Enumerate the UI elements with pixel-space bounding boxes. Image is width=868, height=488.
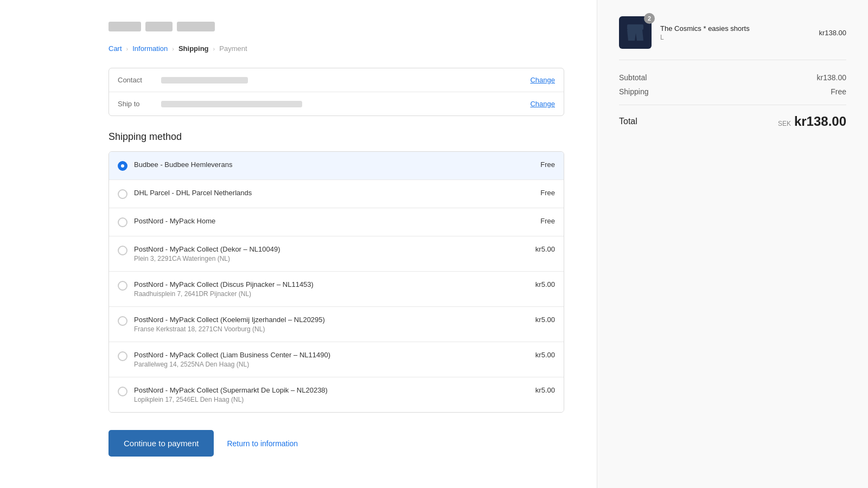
dekor-name: PostNord - MyPack Collect (Dekor – NL100…: [134, 245, 529, 253]
breadcrumb-sep-1: ›: [126, 46, 129, 52]
radio-postnord-home: [118, 217, 127, 227]
shipping-method-title: Shipping method: [108, 131, 564, 143]
postnord-home-name: PostNord - MyPack Home: [134, 217, 534, 225]
total-label: Total: [619, 117, 637, 126]
radio-koelemij: [118, 316, 127, 326]
liam-address: Parallelweg 14, 2525NA Den Haag (NL): [134, 361, 529, 368]
contact-row: Contact Change: [109, 68, 564, 92]
lopik-address: Lopikplein 17, 2546EL Den Haag (NL): [134, 396, 529, 403]
total-currency: SEK: [778, 120, 791, 127]
shipping-value: Free: [831, 87, 846, 96]
koelemij-name: PostNord - MyPack Collect (Koelemij Ijze…: [134, 316, 529, 324]
radio-dekor: [118, 246, 127, 255]
shipping-option-dhl[interactable]: DHL Parcel - DHL Parcel Netherlands Free: [109, 180, 564, 208]
shipping-option-dekor[interactable]: PostNord - MyPack Collect (Dekor – NL100…: [109, 236, 564, 272]
item-image-svg: [625, 22, 646, 43]
logo-block-2: [145, 22, 173, 31]
shipping-option-postnord-home[interactable]: PostNord - MyPack Home Free: [109, 208, 564, 236]
shipping-option-lopik[interactable]: PostNord - MyPack Collect (Supermarkt De…: [109, 377, 564, 412]
postnord-home-price: Free: [540, 217, 555, 225]
postnord-home-info: PostNord - MyPack Home: [134, 217, 534, 225]
budbee-name: Budbee - Budbee Hemleverans: [134, 160, 534, 169]
item-price: kr138.00: [819, 29, 846, 37]
breadcrumb: Cart › Information › Shipping › Payment: [108, 44, 564, 53]
dekor-info: PostNord - MyPack Collect (Dekor – NL100…: [134, 245, 529, 262]
shipping-option-budbee[interactable]: Budbee - Budbee Hemleverans Free: [109, 152, 564, 180]
koelemij-price: kr5.00: [535, 316, 555, 324]
logo-block-3: [177, 22, 215, 31]
footer-actions: Continue to payment Return to informatio…: [108, 430, 564, 457]
total-final-row: Total SEK kr138.00: [619, 114, 846, 129]
discus-info: PostNord - MyPack Collect (Discus Pijnac…: [134, 280, 529, 298]
item-details: The Cosmics * easies shorts L: [660, 24, 810, 41]
ship-to-row: Ship to Change: [109, 92, 564, 115]
discus-address: Raadhuisplein 7, 2641DR Pijnacker (NL): [134, 290, 529, 298]
lopik-info: PostNord - MyPack Collect (Supermarkt De…: [134, 386, 529, 403]
total-final-value: kr138.00: [794, 114, 846, 129]
dekor-address: Plein 3, 2291CA Wateringen (NL): [134, 255, 529, 262]
ship-to-value: [161, 101, 530, 107]
contact-label: Contact: [118, 76, 161, 84]
dhl-name: DHL Parcel - DHL Parcel Netherlands: [134, 189, 534, 197]
liam-name: PostNord - MyPack Collect (Liam Business…: [134, 351, 529, 359]
budbee-info: Budbee - Budbee Hemleverans: [134, 160, 534, 169]
shipping-options-list: Budbee - Budbee Hemleverans Free DHL Par…: [108, 151, 564, 413]
info-summary-box: Contact Change Ship to Change: [108, 68, 564, 116]
item-quantity-badge: 2: [644, 13, 655, 24]
radio-lopik: [118, 387, 127, 396]
shipping-row: Shipping Free: [619, 87, 846, 96]
contact-blurred: [161, 77, 248, 84]
discus-name: PostNord - MyPack Collect (Discus Pijnac…: [134, 280, 529, 288]
breadcrumb-sep-2: ›: [172, 46, 174, 52]
shipping-option-discus[interactable]: PostNord - MyPack Collect (Discus Pijnac…: [109, 272, 564, 307]
radio-dhl: [118, 189, 127, 199]
radio-liam: [118, 351, 127, 361]
logo-block-1: [108, 22, 141, 31]
shipping-label: Shipping: [619, 87, 649, 96]
radio-budbee: [118, 161, 127, 171]
item-name: The Cosmics * easies shorts: [660, 24, 810, 33]
lopik-price: kr5.00: [535, 386, 555, 394]
item-image-wrap: 2: [619, 16, 652, 49]
ship-to-label: Ship to: [118, 100, 161, 108]
koelemij-address: Franse Kerkstraat 18, 2271CN Voorburg (N…: [134, 325, 529, 333]
lopik-name: PostNord - MyPack Collect (Supermarkt De…: [134, 386, 529, 394]
breadcrumb-payment: Payment: [219, 44, 247, 53]
subtotal-value: kr138.00: [817, 73, 846, 82]
order-summary-panel: 2 The Cosmics * easies shorts L kr138.00…: [597, 0, 868, 488]
total-value-wrap: SEK kr138.00: [778, 114, 846, 129]
item-variant: L: [660, 34, 810, 41]
radio-discus: [118, 281, 127, 291]
discus-price: kr5.00: [535, 280, 555, 288]
dekor-price: kr5.00: [535, 245, 555, 253]
order-item: 2 The Cosmics * easies shorts L kr138.00: [619, 16, 846, 60]
breadcrumb-information[interactable]: Information: [132, 44, 168, 53]
breadcrumb-shipping: Shipping: [178, 44, 209, 53]
liam-info: PostNord - MyPack Collect (Liam Business…: [134, 351, 529, 368]
breadcrumb-sep-3: ›: [213, 46, 215, 52]
koelemij-info: PostNord - MyPack Collect (Koelemij Ijze…: [134, 316, 529, 333]
shipping-option-koelemij[interactable]: PostNord - MyPack Collect (Koelemij Ijze…: [109, 307, 564, 342]
subtotal-row: Subtotal kr138.00: [619, 73, 846, 82]
subtotal-label: Subtotal: [619, 73, 647, 82]
shipping-option-liam[interactable]: PostNord - MyPack Collect (Liam Business…: [109, 342, 564, 377]
budbee-price: Free: [540, 160, 555, 169]
contact-value: [161, 77, 530, 84]
dhl-price: Free: [540, 189, 555, 197]
breadcrumb-cart[interactable]: Cart: [108, 44, 122, 53]
totals-divider: [619, 105, 846, 105]
totals-section: Subtotal kr138.00 Shipping Free Total SE…: [619, 71, 846, 129]
svg-rect-0: [627, 24, 643, 30]
continue-to-payment-button[interactable]: Continue to payment: [108, 430, 214, 457]
dhl-info: DHL Parcel - DHL Parcel Netherlands: [134, 189, 534, 197]
liam-price: kr5.00: [535, 351, 555, 359]
return-to-information-link[interactable]: Return to information: [227, 439, 298, 448]
ship-to-blurred: [161, 101, 302, 107]
contact-change-link[interactable]: Change: [530, 76, 555, 84]
ship-to-change-link[interactable]: Change: [530, 100, 555, 108]
logo: [108, 22, 564, 31]
